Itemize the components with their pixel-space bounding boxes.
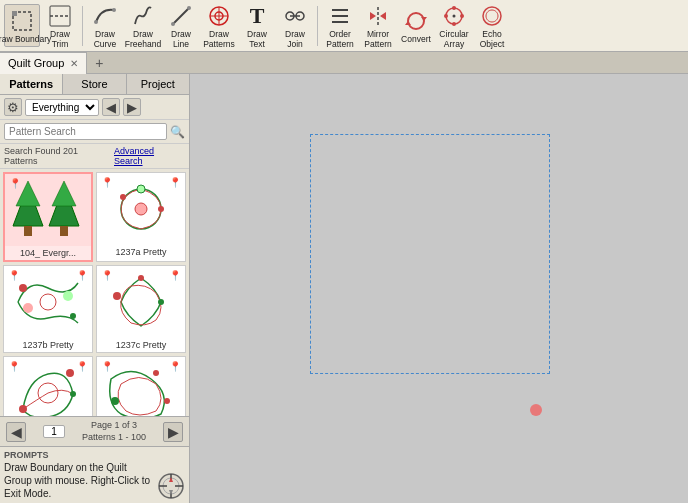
tool-draw-patterns[interactable]: DrawPatterns — [201, 0, 237, 51]
tool-draw-curve[interactable]: DrawCurve — [87, 0, 123, 51]
convert-icon — [402, 7, 430, 35]
svg-point-37 — [158, 206, 164, 212]
pattern-thumb-3: 📍 📍 — [4, 266, 92, 338]
pattern-name-2: 1237a Pretty — [97, 245, 185, 259]
pin-green-3: 📍 — [76, 270, 88, 281]
filter-select[interactable]: Everything — [25, 99, 99, 116]
convert-label: Convert — [401, 35, 431, 44]
nav-next-btn[interactable]: ▶ — [123, 98, 141, 116]
draw-freehand-icon — [129, 2, 157, 30]
prompts-section: PROMPTS Draw Boundary on the Quilt Group… — [0, 446, 189, 503]
tool-mirror-pattern[interactable]: MirrorPattern — [360, 0, 396, 51]
main-content: Patterns Store Project ⚙ Everything ◀ ▶ … — [0, 74, 688, 503]
pattern-card-3[interactable]: 📍 📍 1237b Pretty — [3, 265, 93, 353]
svg-point-52 — [111, 397, 119, 405]
svg-point-38 — [120, 194, 126, 200]
prompts-row: Draw Boundary on the Quilt Group with mo… — [4, 461, 185, 500]
tab-close-btn[interactable]: ✕ — [70, 58, 78, 69]
tool-draw-trim[interactable]: DrawTrim — [42, 0, 78, 51]
tool-order-pattern[interactable]: OrderPattern — [322, 0, 358, 51]
mirror-pattern-icon — [364, 2, 392, 30]
pattern-card-4[interactable]: 📍 📍 1237c Pretty — [96, 265, 186, 353]
tool-echo-object[interactable]: EchoObject — [474, 0, 510, 51]
tool-draw-join[interactable]: DrawJoin — [277, 0, 313, 51]
svg-point-8 — [187, 6, 191, 10]
pin-red-4: 📍 — [101, 270, 113, 281]
page-info: Page 1 of 3 Patterns 1 - 100 — [82, 420, 146, 443]
pattern-controls: ⚙ Everything ◀ ▶ — [0, 95, 189, 120]
svg-point-25 — [452, 22, 456, 26]
svg-point-39 — [40, 294, 56, 310]
page-number-input[interactable]: 1 — [43, 425, 65, 438]
pin-green-6: 📍 — [169, 361, 181, 372]
draw-join-icon — [281, 2, 309, 30]
quilt-group-tab[interactable]: Quilt Group ✕ — [0, 52, 87, 74]
mirror-pattern-label: MirrorPattern — [364, 30, 391, 49]
draw-line-label: DrawLine — [171, 30, 191, 49]
svg-rect-30 — [24, 226, 32, 236]
svg-point-27 — [453, 15, 456, 18]
svg-rect-1 — [12, 11, 17, 16]
pattern-grid: 📍 104_ Evergr... 📍 📍 — [0, 169, 189, 416]
search-icon[interactable]: 🔍 — [170, 125, 185, 139]
draw-trim-icon — [46, 2, 74, 30]
store-sub-tab[interactable]: Store — [63, 74, 126, 94]
order-pattern-label: OrderPattern — [326, 30, 353, 49]
pattern-thumb-5: 📍 📍 — [4, 357, 92, 416]
svg-rect-33 — [60, 226, 68, 236]
compass-icon — [157, 472, 185, 500]
draw-freehand-label: DrawFreehand — [125, 30, 161, 49]
prompts-label: PROMPTS — [4, 450, 185, 460]
pattern-thumb-4: 📍 📍 — [97, 266, 185, 338]
pattern-thumb-1: 📍 — [5, 174, 91, 246]
tab-bar: Quilt Group ✕ + — [0, 52, 688, 74]
draw-boundary-icon — [8, 7, 36, 35]
prompts-text: Draw Boundary on the Quilt Group with mo… — [4, 461, 153, 500]
tool-circular-array[interactable]: CircularArray — [436, 0, 472, 51]
add-tab-btn[interactable]: + — [89, 53, 109, 73]
nav-prev-btn[interactable]: ◀ — [102, 98, 120, 116]
toolbar: Draw Boundary DrawTrim DrawCurve — [0, 0, 688, 52]
pagination-prev-btn[interactable]: ◀ — [6, 422, 26, 442]
canvas-area[interactable] — [190, 74, 688, 503]
pattern-card-5[interactable]: 📍 📍 1237d Pretty — [3, 356, 93, 416]
patterns-sub-tab[interactable]: Patterns — [0, 74, 63, 94]
pattern-card-1[interactable]: 📍 104_ Evergr... — [3, 172, 93, 262]
svg-point-51 — [153, 370, 159, 376]
tool-convert[interactable]: Convert — [398, 5, 434, 46]
svg-point-41 — [63, 291, 73, 301]
svg-point-42 — [19, 284, 27, 292]
svg-marker-21 — [405, 21, 411, 25]
tool-draw-text[interactable]: T DrawText — [239, 0, 275, 51]
search-bar: 🔍 — [0, 120, 189, 144]
tool-draw-freehand[interactable]: DrawFreehand — [125, 0, 161, 51]
tool-draw-boundary[interactable]: Draw Boundary — [4, 4, 40, 47]
quilt-boundary-rect — [310, 134, 550, 374]
pin-red-2: 📍 — [101, 177, 113, 188]
svg-point-7 — [171, 22, 175, 26]
svg-point-35 — [135, 203, 147, 215]
settings-btn[interactable]: ⚙ — [4, 98, 22, 116]
patterns-range-label: Patterns 1 - 100 — [82, 432, 146, 444]
search-found: Search Found 201 Patterns — [4, 146, 114, 166]
svg-marker-32 — [52, 181, 76, 206]
draw-line-icon — [167, 2, 195, 30]
project-sub-tab[interactable]: Project — [127, 74, 189, 94]
draw-text-label: DrawText — [247, 30, 267, 49]
page-of-label: Page 1 of 3 — [82, 420, 146, 432]
pattern-name-1: 104_ Evergr... — [5, 246, 91, 260]
draw-patterns-icon — [205, 2, 233, 30]
pagination-next-btn[interactable]: ▶ — [163, 422, 183, 442]
draw-trim-label: DrawTrim — [50, 30, 70, 49]
pattern-card-2[interactable]: 📍 📍 1237a Pretty — [96, 172, 186, 262]
tool-draw-line[interactable]: DrawLine — [163, 0, 199, 51]
pagination: ◀ 1 Page 1 of 3 Patterns 1 - 100 ▶ — [0, 416, 189, 446]
pattern-card-6[interactable]: 📍 📍 1237e Faster... — [96, 356, 186, 416]
svg-point-50 — [66, 369, 74, 377]
pin-red-5: 📍 — [8, 361, 20, 372]
pin-red-6: 📍 — [101, 361, 113, 372]
pattern-search-input[interactable] — [4, 123, 167, 140]
advanced-search-link[interactable]: Advanced Search — [114, 146, 185, 166]
echo-object-label: EchoObject — [480, 30, 505, 49]
draw-text-icon: T — [243, 2, 271, 30]
